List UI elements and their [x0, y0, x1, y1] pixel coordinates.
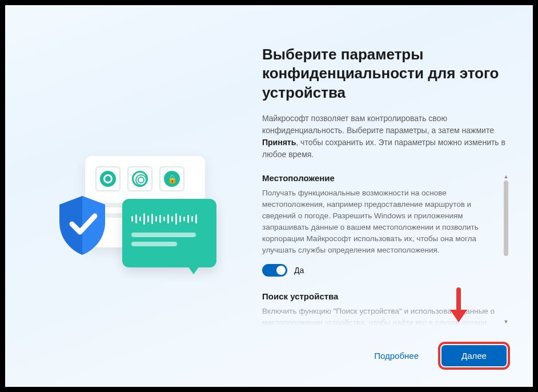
learn-more-button[interactable]: Подробнее: [364, 345, 429, 366]
content-area: 🔒: [5, 5, 533, 387]
settings-list: Местоположение Получать функциональные в…: [262, 173, 502, 326]
privacy-illustration: 🔒: [62, 156, 222, 293]
scrollbar-track[interactable]: [504, 181, 508, 318]
subtitle-post: , чтобы сохранить их. Эти параметры можн…: [262, 138, 505, 159]
setting-title: Местоположение: [262, 173, 497, 183]
setting-title: Поиск устройства: [262, 291, 497, 301]
scroll-up-icon[interactable]: ▲: [504, 173, 509, 181]
location-toggle[interactable]: [262, 264, 287, 277]
scrollbar-thumb[interactable]: [504, 181, 508, 257]
setting-description: Получать функциональные возможности на о…: [262, 187, 497, 256]
setting-location: Местоположение Получать функциональные в…: [262, 173, 497, 277]
subtitle-bold: Принять: [262, 138, 296, 147]
subtitle-pre: Майкрософт позволяет вам контролировать …: [262, 114, 494, 135]
next-button[interactable]: Далее: [441, 345, 507, 366]
page-subtitle: Майкрософт позволяет вам контролировать …: [262, 113, 510, 161]
illustration-column: 🔒: [39, 45, 245, 370]
settings-column: Выберите параметры конфиденциальности дл…: [245, 45, 510, 370]
illustration-lock-icon: 🔒: [159, 166, 184, 191]
page-title: Выберите параметры конфиденциальности дл…: [262, 45, 510, 102]
illustration-card-front: [122, 199, 216, 267]
scroll-area: Местоположение Получать функциональные в…: [262, 173, 510, 326]
scrollbar[interactable]: ▲ ▼: [502, 173, 510, 326]
illustration-pin-icon: [95, 166, 121, 191]
toggle-state-label: Да: [294, 266, 304, 275]
oobe-privacy-window: 🔒: [5, 5, 533, 387]
shield-check-icon: [54, 193, 111, 256]
setting-description: Включить функцию "Поиск устройства" и ис…: [262, 306, 497, 326]
setting-find-device: Поиск устройства Включить функцию "Поиск…: [262, 291, 497, 326]
illustration-fingerprint-icon: [127, 166, 152, 191]
footer-actions: Подробнее Далее: [262, 337, 510, 370]
next-button-highlight: Далее: [438, 342, 510, 370]
scroll-down-icon[interactable]: ▼: [504, 318, 509, 326]
